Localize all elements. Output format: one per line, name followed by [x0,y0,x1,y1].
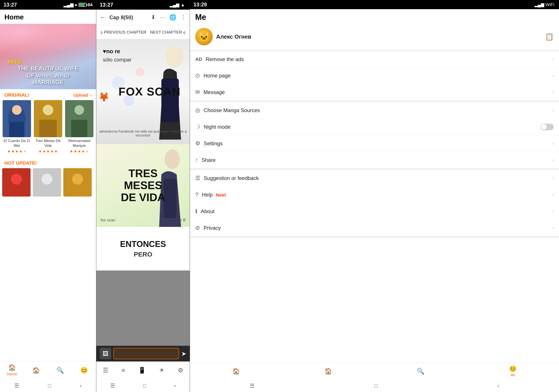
square-btn[interactable]: □ [48,383,51,389]
edit-profile-icon[interactable]: 📋 [545,33,554,41]
mid-nav-menu-icon[interactable]: ☰ [103,367,108,374]
download-icon[interactable]: ⬇ [151,14,156,21]
mid-nav-list-icon[interactable]: ≡ [121,367,125,374]
hot-cover-2 [33,168,61,196]
svg-point-8 [75,105,84,115]
signal-icon: ▂▄▆ [64,2,73,7]
comment-icon[interactable]: ··· [160,14,165,21]
manga-card-1[interactable]: El Cuento De Zi Wei ★ ★ ★ ★ ★ [2,100,31,154]
left-panel: 13:27 ▂▄▆ ● 84 Home HUG THE BEAUTIFUL WI… [0,0,96,392]
help-new-badge: New! [216,193,226,197]
right-signal-icon: ▂▄▆ [535,2,544,7]
left-bottom-nav: 🏠 Home 🏠 🔍 😊 ☰ □ ‹ [0,361,96,392]
mid-menu-btn[interactable]: ☰ [110,383,115,389]
menu-item-help[interactable]: ? Help New! › [190,187,559,203]
profile-name: Алекс Огнев [216,33,251,40]
nav-home[interactable]: 🏠 Home [0,364,24,376]
mid-nav-settings-icon[interactable]: ⚙ [178,367,183,374]
globe-icon[interactable]: 🌐 [169,14,176,21]
feedback-label: Suggestion or feedback [204,175,259,181]
menu-item-manga-sources[interactable]: ◎ Choose Manga Sources › [190,102,559,119]
manga-cover-2-art [34,100,62,137]
battery-label: 84 [88,2,93,7]
menu-item-settings[interactable]: ⚙ Settings › [190,135,559,152]
banner-flowers [0,24,96,63]
manga-thumb-2 [34,100,62,137]
hot-cover-3 [63,168,92,196]
back-button[interactable]: ← [100,14,106,21]
upload-arrow: › [90,93,92,98]
menu-btn[interactable]: ☰ [14,383,19,389]
nav-profile[interactable]: 😊 [72,367,96,374]
back-btn[interactable]: ‹ [80,383,82,389]
mid-back-btn[interactable]: ‹ [174,383,176,389]
menu-item-message[interactable]: ✉ Message › [190,84,559,100]
nav-search[interactable]: 🔍 [48,367,72,374]
chapter-nav: |‹ PREVIOUS CHAPTER NEXT CHAPTER ›| [96,25,190,39]
manga-card-3[interactable]: Reincarnated Marquis ★ ★ ★ ★ ★ [65,100,94,154]
hot-card-2[interactable] [33,168,61,196]
hot-card-3[interactable] [63,168,92,196]
nav-library[interactable]: 🏠 [24,367,48,374]
more-icon[interactable]: ⋮ [181,14,186,21]
image-button[interactable]: 🖼 [100,348,111,359]
profile-icon: 😊 [80,367,88,374]
banner[interactable]: HUG THE BEAUTIFUL WIFEOF WHIRLWINDMARRIA… [0,24,96,89]
tres-meses-text: TRESMESESDE VIDA [121,168,165,204]
svg-rect-6 [39,120,57,137]
menu-item-share[interactable]: ↑ Share › [190,152,559,168]
solo-comp-text: sólo compar [103,57,131,63]
feedback-icon: ☰ [195,175,200,181]
right-menu-btn[interactable]: ☰ [250,383,255,389]
menu-item-feedback[interactable]: ☰ Suggestion or feedback › [190,170,559,187]
hot-card-1[interactable] [2,168,31,196]
manga-page-3: ENTONCES PERO [96,227,190,270]
night-mode-icon: ☽ [195,124,200,130]
manga-grid: El Cuento De Zi Wei ★ ★ ★ ★ ★ [0,100,96,157]
menu-item-homepage[interactable]: ⊙ Home page › [190,67,559,84]
about-label: About [201,208,215,214]
night-mode-toggle[interactable] [541,124,554,130]
right-sys-bar: ☰ □ ‹ [190,379,559,392]
upload-link[interactable]: Upload › [73,93,92,98]
mid-nav-reader-icon[interactable]: 📱 [138,367,146,374]
chevron-icon-privacy: › [552,225,554,231]
mid-bottom-nav: ☰ ≡ 📱 ☀ ⚙ [96,361,190,379]
right-back-btn[interactable]: ‹ [497,383,499,389]
share-label: Share [202,157,215,163]
manga-cover-1-art [3,100,31,137]
next-chapter-btn[interactable]: NEXT CHAPTER ›| [150,30,185,35]
menu-item-night-mode[interactable]: ☽ Night mode [190,119,559,135]
advertencia-text: advertencia Facebook me odia asi que noc… [98,130,187,137]
wifi-icon: ● [75,2,77,7]
banner-text: HUG THE BEAUTIFUL WIFEOF WHIRLWINDMARRIA… [3,58,93,86]
manga-reader[interactable]: ♥no re sólo compar 🦊 Fox scan advertenci… [96,39,190,379]
right-library-icon: 🏠 [325,368,332,375]
right-nav-library[interactable]: 🏠 [282,368,375,375]
right-time: 13:29 [194,1,207,8]
chevron-icon-msg: › [552,89,554,95]
right-square-btn[interactable]: □ [374,383,378,389]
send-icon[interactable]: ➤ [181,350,186,357]
menu-item-about[interactable]: ℹ About › [190,203,559,220]
menu-item-privacy[interactable]: ⊘ Privacy › [190,220,559,236]
right-nav-me[interactable]: 😊 Me [467,365,559,377]
banner-title: THE BEAUTIFUL WIFEOF WHIRLWINDMARRIAGE [3,65,93,86]
middle-panel: 13:27 ▂▄▆ ▲ ← Cap 8(50) ⬇ ··· 🌐 ⋮ |‹ PRE… [96,0,190,392]
privacy-label: Privacy [204,225,221,231]
right-nav-home[interactable]: 🏠 [190,368,282,375]
chevron-icon-share: › [552,157,554,163]
manga-cover-3-art [65,100,93,137]
mid-nav-brightness-icon[interactable]: ☀ [159,367,164,374]
prev-chapter-btn[interactable]: |‹ PREVIOUS CHAPTER [101,30,147,35]
avatar-cat: 🐱 [195,28,213,45]
comment-input[interactable] [113,348,179,359]
manga-page-2: TRESMESESDE VIDA fox scan capitulo 8 [96,144,190,227]
svg-point-5 [43,105,53,115]
avatar[interactable]: 🐱 [195,28,213,45]
menu-item-remove-ads[interactable]: AD Remove the ads › [190,52,559,67]
mid-square-btn[interactable]: □ [143,383,146,389]
right-nav-search[interactable]: 🔍 [374,368,467,375]
manga-card-2[interactable]: Tres Meses De Vida ★ ★ ★ ★ ★ [33,100,63,154]
svg-point-17 [166,46,183,68]
